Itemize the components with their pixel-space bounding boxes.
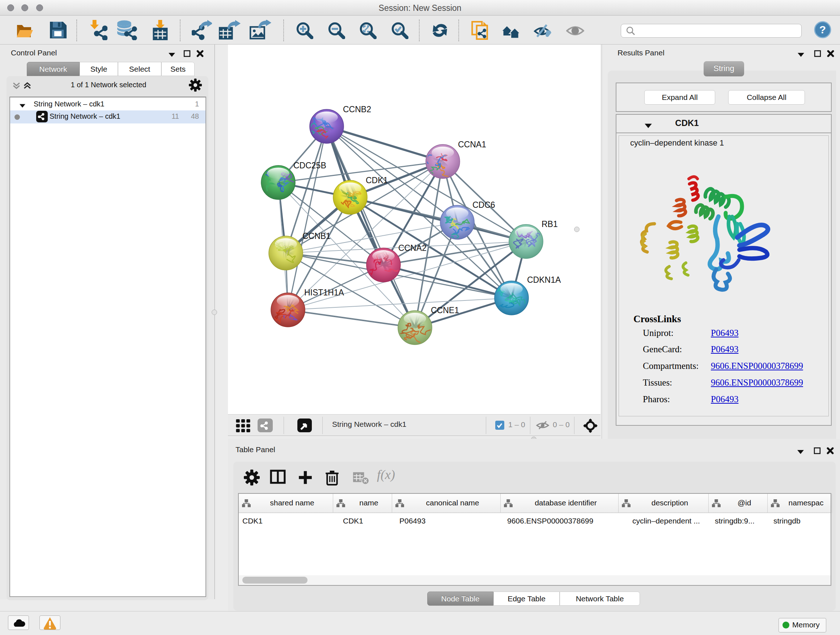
svg-text:HIST1H1A: HIST1H1A bbox=[304, 288, 344, 297]
svg-text:CDKN1A: CDKN1A bbox=[527, 275, 561, 285]
svg-text:RB1: RB1 bbox=[542, 219, 558, 229]
svg-text:CCNA1: CCNA1 bbox=[458, 140, 486, 149]
svg-text:CCNB1: CCNB1 bbox=[302, 231, 331, 241]
svg-text:CDC25B: CDC25B bbox=[294, 161, 326, 170]
svg-text:CDC6: CDC6 bbox=[472, 200, 495, 210]
svg-text:CCNB2: CCNB2 bbox=[343, 105, 371, 114]
svg-text:CCNE1: CCNE1 bbox=[431, 306, 459, 315]
svg-text:?: ? bbox=[819, 24, 826, 35]
svg-text:CCNA2: CCNA2 bbox=[398, 243, 426, 253]
svg-text:CDK1: CDK1 bbox=[366, 176, 388, 185]
